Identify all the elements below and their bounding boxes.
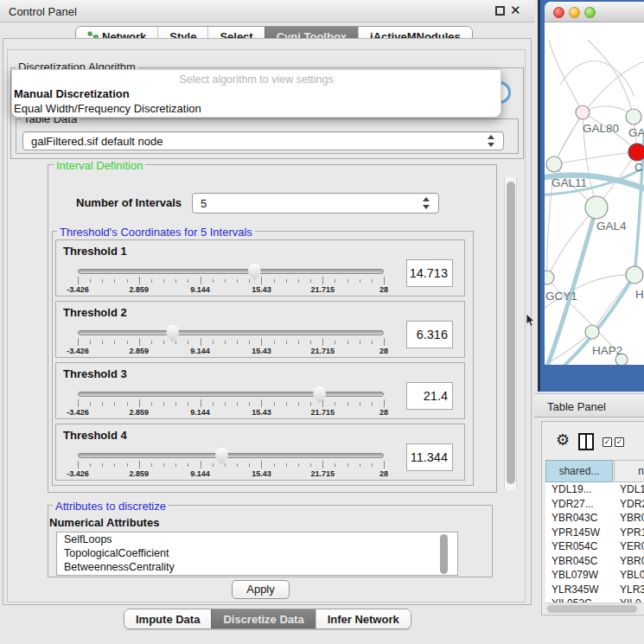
attribute-betweennesscentrality[interactable]: BetweennessCentrality — [57, 560, 457, 574]
popup-option-equal-width-frequency-discretization[interactable]: Equal Width/Frequency Discretization — [12, 102, 501, 117]
tick-mark — [310, 463, 311, 467]
tick-mark — [127, 402, 128, 405]
network-canvas[interactable]: GAL80 GA C GAL11 GAL4 GCY1 H HAP2 — [545, 22, 644, 365]
node-h[interactable] — [626, 266, 643, 284]
split-view-icon[interactable] — [578, 433, 594, 450]
slider-track[interactable] — [78, 330, 384, 335]
close-icon[interactable]: ✕ — [510, 3, 521, 18]
close-traffic-light-icon[interactable] — [553, 7, 564, 18]
tick-mark — [286, 341, 287, 344]
tick-mark — [335, 463, 335, 467]
tab-discretize-data[interactable]: Discretize Data — [211, 609, 315, 628]
table-panel-titlebar: Table Panel — [534, 393, 644, 418]
tick-mark — [139, 338, 140, 346]
popup-prompt: Select algorithm to view settings — [12, 73, 501, 87]
node-gcy1[interactable] — [545, 271, 554, 284]
popup-option-manual-discretization[interactable]: Manual Discretization — [12, 87, 501, 102]
table-row[interactable]: YDL19...YDL1 — [545, 482, 644, 497]
numerical-attributes-label: Numerical Attributes — [49, 516, 159, 529]
threshold-box-2: Threshold 2-3.4262.8599.14415.4321.71528… — [55, 301, 465, 358]
table-data-combobox[interactable]: galFiltered.sif default node — [22, 131, 504, 150]
tick-label: 28 — [379, 469, 388, 478]
table-row[interactable]: YBR045CYBR0 — [545, 554, 644, 569]
mouse-cursor — [526, 313, 537, 328]
slider-track[interactable] — [78, 269, 384, 274]
tick-mark — [322, 461, 323, 469]
column-header-shared[interactable]: shared... — [545, 460, 613, 482]
tick-mark — [225, 279, 226, 283]
scrollbar-thumb[interactable] — [507, 182, 515, 484]
threshold-box-3: Threshold 3-3.4262.8599.14415.4321.71528… — [55, 362, 465, 419]
tick-label: 9.144 — [190, 285, 210, 294]
list-scrollbar-thumb[interactable] — [440, 534, 448, 574]
hscrollbar-thumb[interactable] — [547, 605, 637, 613]
tick-mark — [163, 279, 164, 283]
tick-mark — [78, 277, 79, 284]
threshold-3-value-field[interactable]: 21.4 — [406, 382, 453, 410]
vertical-scrollbar[interactable] — [504, 177, 517, 490]
algorithm-dropdown-popup: Select algorithm to view settings Manual… — [11, 69, 501, 118]
table-row[interactable]: YIL052CYIL0 — [545, 596, 644, 603]
node-gal80[interactable] — [576, 105, 590, 119]
tick-mark — [225, 463, 226, 467]
number-of-intervals-label: Number of Intervals — [76, 196, 182, 209]
gear-icon[interactable]: ⚙ — [556, 432, 570, 448]
tick-mark — [384, 277, 385, 284]
tick-label: 9.144 — [190, 347, 210, 355]
table-row[interactable]: YLR345WYLR3 — [545, 583, 644, 597]
bottom-tab-bar: Impute DataDiscretize DataInfer Network — [124, 609, 411, 629]
label-c: C — [634, 161, 643, 174]
threshold-1-value-field[interactable]: 14.713 — [406, 259, 453, 287]
tab-infer-network[interactable]: Infer Network — [316, 609, 411, 628]
slider-track[interactable] — [78, 453, 384, 458]
tick-mark — [348, 279, 348, 283]
attribute-selfloops[interactable]: SelfLoops — [57, 532, 457, 546]
tick-mark — [175, 402, 176, 405]
float-window-icon[interactable] — [495, 6, 505, 16]
cell-shared-name: YDR27... — [552, 498, 594, 510]
threshold-box-4: Threshold 4-3.4262.8599.14415.4321.71528… — [55, 424, 465, 481]
tick-mark — [360, 402, 360, 405]
number-of-intervals-spinner[interactable]: 5 — [192, 193, 439, 214]
node-red-selected[interactable] — [628, 143, 644, 161]
node-gal11[interactable] — [546, 156, 562, 172]
tick-mark — [78, 461, 79, 469]
network-window-titlebar[interactable] — [545, 2, 644, 22]
tick-mark — [139, 399, 140, 407]
minimize-traffic-light-icon[interactable] — [569, 7, 580, 18]
panel-title: Control Panel — [9, 5, 77, 18]
slider-ticks — [78, 338, 384, 347]
table-row[interactable]: YBR043CYBR0 — [545, 511, 644, 526]
tick-mark — [127, 279, 128, 283]
numerical-attributes-list[interactable]: SelfLoopsTopologicalCoefficientBetweenne… — [56, 532, 458, 576]
node-hap2[interactable] — [585, 325, 599, 339]
tick-mark — [151, 402, 152, 405]
zoom-traffic-light-icon[interactable] — [584, 7, 596, 18]
checkbox-icon[interactable]: ✓ — [615, 437, 624, 447]
tick-mark — [249, 463, 250, 467]
attribute-topologicalcoefficient[interactable]: TopologicalCoefficient — [57, 546, 457, 560]
tick-mark — [249, 402, 250, 405]
tick-mark — [151, 463, 152, 467]
node-gal4[interactable] — [585, 196, 608, 219]
node-ga[interactable] — [626, 109, 641, 124]
table-rows[interactable]: YDL19...YDL1YDR27...YDR2YBR043CYBR0YPR14… — [545, 482, 644, 603]
table-row[interactable]: YER054CYER0 — [545, 539, 644, 554]
table-row[interactable]: YBL079WYBL0 — [545, 568, 644, 583]
threshold-2-value-field[interactable]: 6.316 — [406, 321, 453, 348]
checkbox-icon[interactable]: ✓ — [603, 437, 612, 447]
threshold-4-value-field[interactable]: 11.344 — [406, 443, 453, 471]
tick-mark — [237, 402, 238, 405]
tick-mark — [127, 341, 128, 344]
table-row[interactable]: YDR27...YDR2 — [545, 497, 644, 512]
cell-name: YER0 — [620, 540, 644, 552]
apply-button[interactable]: Apply — [232, 580, 290, 599]
table-row[interactable]: YPR145WYPR1 — [545, 526, 644, 540]
tab-impute-data[interactable]: Impute Data — [124, 609, 211, 628]
slider-tick-labels: -3.4262.8599.14415.4321.71528 — [78, 285, 384, 295]
tick-mark — [274, 341, 275, 344]
horizontal-scrollbar[interactable] — [545, 603, 644, 614]
slider-track[interactable] — [78, 392, 384, 397]
column-header-name[interactable]: na — [614, 460, 644, 482]
threshold-label: Threshold 4 — [63, 429, 127, 442]
